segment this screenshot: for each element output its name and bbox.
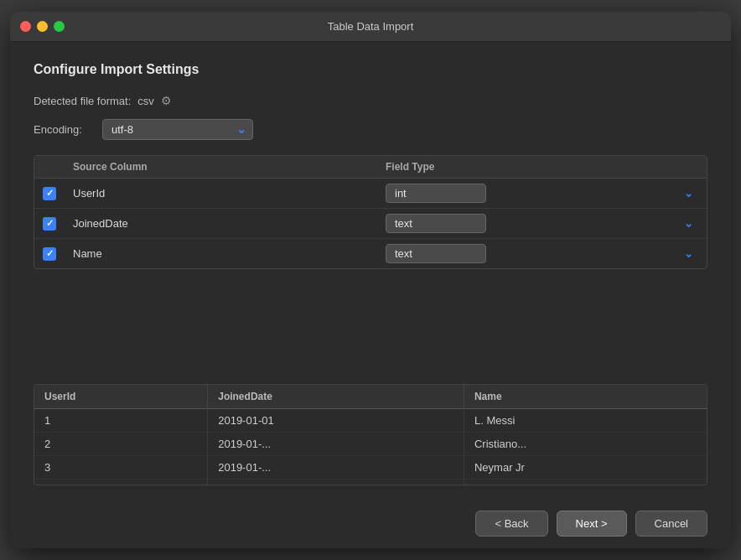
- table-row: 3 2019-01-... Neymar Jr: [34, 456, 707, 480]
- cancel-button[interactable]: Cancel: [635, 511, 707, 537]
- encoding-row: Encoding: utf-8 utf-16 latin-1 ascii: [34, 119, 707, 140]
- column-row-joineddate: JoinedDate int text float boolean date: [34, 209, 707, 239]
- col-name-userid: UserId: [73, 187, 386, 200]
- cell-userid-4: 4: [34, 480, 208, 486]
- maximize-button[interactable]: [54, 21, 65, 32]
- col-header-check: [43, 161, 73, 173]
- empty-rows-area: [34, 283, 707, 384]
- file-format-row: Detected file format: csv ⚙: [34, 94, 707, 107]
- field-type-wrapper-name: int text float boolean date: [386, 244, 698, 263]
- cell-name-2: Cristiano...: [464, 433, 707, 456]
- checkbox-joineddate[interactable]: [43, 217, 56, 231]
- encoding-select-wrapper: utf-8 utf-16 latin-1 ascii: [102, 119, 253, 140]
- columns-header: Source Column Field Type: [34, 156, 707, 179]
- preview-table: UserId JoinedDate Name 1 2019-01-01 L. M…: [34, 385, 707, 485]
- footer: < Back Next > Cancel: [10, 499, 731, 548]
- cell-name-4: De Gea: [464, 480, 707, 486]
- traffic-lights: [20, 21, 65, 32]
- field-type-wrapper-userid: int text float boolean date: [386, 184, 698, 203]
- cell-name-3: Neymar Jr: [464, 456, 707, 480]
- cell-joineddate-3: 2019-01-...: [208, 456, 464, 480]
- column-row-name: Name int text float boolean date: [34, 239, 707, 268]
- preview-section: UserId JoinedDate Name 1 2019-01-01 L. M…: [34, 384, 707, 485]
- field-type-wrapper-joineddate: int text float boolean date: [386, 214, 698, 233]
- preview-table-container: UserId JoinedDate Name 1 2019-01-01 L. M…: [34, 384, 707, 485]
- back-button[interactable]: < Back: [475, 511, 547, 537]
- column-row-userid: UserId int text float boolean date: [34, 179, 707, 209]
- file-format-value: csv: [137, 95, 154, 107]
- section-title: Configure Import Settings: [34, 62, 707, 77]
- checkbox-userid[interactable]: [43, 187, 56, 200]
- titlebar: Table Data Import: [10, 12, 731, 42]
- next-button[interactable]: Next >: [557, 511, 627, 537]
- col-header-source: Source Column: [73, 161, 386, 173]
- columns-config-table: Source Column Field Type UserId int text…: [34, 155, 707, 269]
- table-row: 1 2019-01-01 L. Messi: [34, 409, 707, 433]
- cell-joineddate-4: 2019-01-...: [208, 480, 464, 486]
- cell-joineddate-1: 2019-01-01: [208, 409, 464, 433]
- encoding-label: Encoding:: [34, 123, 92, 136]
- cell-joineddate-2: 2019-01-...: [208, 433, 464, 456]
- cell-name-1: L. Messi: [464, 409, 707, 433]
- file-format-label: Detected file format:: [34, 95, 131, 107]
- main-window: Table Data Import Configure Import Setti…: [10, 12, 731, 548]
- field-type-select-joineddate[interactable]: int text float boolean date: [386, 214, 486, 233]
- field-type-select-userid[interactable]: int text float boolean date: [386, 184, 486, 203]
- col-header-type: Field Type: [386, 161, 698, 173]
- table-row: 4 2019-01-... De Gea: [34, 480, 707, 486]
- checkbox-name[interactable]: [43, 247, 56, 261]
- field-type-select-name[interactable]: int text float boolean date: [386, 244, 486, 263]
- close-button[interactable]: [20, 21, 31, 32]
- cell-userid-3: 3: [34, 456, 208, 480]
- preview-col-header-joineddate: JoinedDate: [208, 385, 464, 409]
- preview-col-header-userid: UserId: [34, 385, 208, 409]
- gear-icon[interactable]: ⚙: [161, 94, 172, 107]
- table-row: 2 2019-01-... Cristiano...: [34, 433, 707, 456]
- encoding-select[interactable]: utf-8 utf-16 latin-1 ascii: [102, 119, 253, 140]
- main-content: Configure Import Settings Detected file …: [10, 42, 731, 499]
- window-title: Table Data Import: [328, 20, 414, 33]
- preview-table-header-row: UserId JoinedDate Name: [34, 385, 707, 409]
- preview-col-header-name: Name: [464, 385, 707, 409]
- col-name-name: Name: [73, 247, 386, 260]
- minimize-button[interactable]: [37, 21, 48, 32]
- cell-userid-2: 2: [34, 433, 208, 456]
- cell-userid-1: 1: [34, 409, 208, 433]
- col-name-joineddate: JoinedDate: [73, 217, 386, 230]
